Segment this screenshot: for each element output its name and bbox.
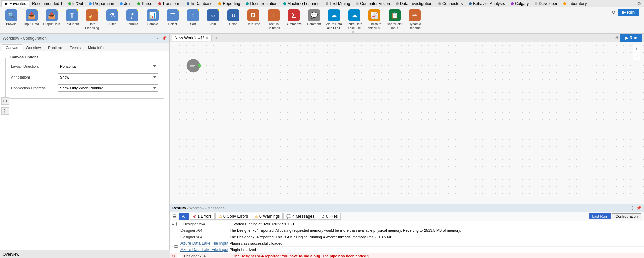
res-list-icon[interactable]: ☰ bbox=[172, 214, 177, 219]
row-checkbox[interactable] bbox=[174, 235, 178, 239]
annotations-select[interactable]: Show Hide bbox=[58, 73, 158, 81]
res-tab-errors[interactable]: ⊘ 1 Errors bbox=[190, 213, 215, 220]
res-tab-files[interactable]: 🗋 0 Files bbox=[318, 213, 341, 220]
res-tab-converrors[interactable]: ⚠ 0 Conv Errors bbox=[215, 213, 251, 220]
tool-dynamicrename[interactable]: ✏ Dynamic Rename bbox=[405, 9, 424, 31]
panel-pin-icon[interactable]: 📌 bbox=[162, 36, 167, 41]
workflow-node[interactable] bbox=[187, 59, 200, 72]
star-badge: ★ bbox=[36, 8, 39, 12]
tab-favorites-label: Favorites bbox=[9, 1, 26, 6]
canvas-tab-close-icon[interactable]: ✕ bbox=[206, 36, 209, 40]
row-checkbox[interactable] bbox=[174, 241, 178, 246]
tool-join[interactable]: ★ ⟗ Join bbox=[204, 9, 223, 27]
tab-cv-label: Computer Vision bbox=[360, 1, 390, 6]
tool-comment[interactable]: 💬 Comment bbox=[305, 9, 323, 27]
tool-browse[interactable]: 🔍 Browse bbox=[2, 9, 21, 27]
tool-union-label: Union bbox=[229, 22, 238, 26]
results-pin-icon[interactable]: 📌 bbox=[636, 206, 641, 210]
tool-texttocolumns[interactable]: ⫾ Text To Columns bbox=[264, 9, 283, 31]
tool-azuredlinput[interactable]: ☁ Azure Data Lake File I... bbox=[325, 9, 344, 31]
tab-di-label: Data Investigation bbox=[400, 1, 432, 6]
run-button-2[interactable]: ▶ Run bbox=[620, 34, 642, 42]
tool-sharepoint[interactable]: 📋 SharePoint Input bbox=[385, 9, 404, 31]
tab-recommended[interactable]: Recommended ℹ bbox=[29, 0, 65, 7]
node-icon[interactable] bbox=[187, 59, 200, 72]
tool-select[interactable]: ★ ☰ Select bbox=[163, 9, 182, 27]
res-tab-all[interactable]: All bbox=[179, 213, 189, 220]
tool-filter[interactable]: ★ ⚗ Filter bbox=[103, 9, 122, 27]
tool-inputdata[interactable]: ★ 📥 Input Data bbox=[22, 9, 41, 27]
tab-computervision[interactable]: Computer Vision bbox=[353, 0, 393, 7]
browse-icon: 🔍 bbox=[5, 9, 17, 21]
config-tab-events[interactable]: Events bbox=[66, 44, 84, 51]
tab-reporting[interactable]: Reporting bbox=[215, 0, 243, 7]
tab-calgary[interactable]: Calgary bbox=[508, 0, 532, 7]
tool-outputdata[interactable]: ★ 📤 Output Data bbox=[42, 9, 61, 27]
settings-icon[interactable]: ⚙ bbox=[637, 1, 641, 6]
tab-join[interactable]: Join bbox=[117, 0, 134, 7]
left-icon-2[interactable]: ? bbox=[1, 107, 9, 115]
canvas-tab-workflow1[interactable]: New Workflow1* ✕ bbox=[172, 35, 212, 41]
azure-link-2[interactable]: Azure Data Lake File Input (1) bbox=[180, 247, 228, 252]
row-checkbox[interactable] bbox=[174, 247, 178, 252]
tool-datacleansing[interactable]: ★ 🧹 Data Cleansing bbox=[83, 9, 102, 31]
zoom-in-button[interactable]: + bbox=[633, 45, 640, 52]
connection-progress-select[interactable]: Show Only When Running Always Show Never… bbox=[58, 84, 158, 92]
results-header: Results - Workflow - Messages ⋮ 📌 bbox=[170, 204, 644, 212]
tab-parse-label: Parse bbox=[142, 1, 152, 6]
cv-dot bbox=[356, 2, 359, 5]
left-icon-1[interactable]: ⚙ bbox=[1, 97, 9, 105]
tool-azuredloutput[interactable]: ☁ Azure Data Lake File O... bbox=[345, 9, 364, 34]
tab-behavioranalysis[interactable]: Behavior Analysis bbox=[466, 0, 508, 7]
tool-tableau[interactable]: 📈 Publish to Tableau S... bbox=[365, 9, 384, 31]
results-menu-icon[interactable]: ⋮ bbox=[630, 206, 634, 210]
tab-connectors[interactable]: Connectors bbox=[435, 0, 466, 7]
tool-sample-label: Sample bbox=[147, 22, 158, 26]
tool-datetime[interactable]: 🗓 DateTime bbox=[244, 9, 263, 27]
add-tab-button[interactable]: + bbox=[213, 35, 220, 41]
row-checkbox[interactable] bbox=[177, 254, 182, 258]
workflow-header: Workflow - Configuration ⋮ 📌 bbox=[0, 34, 169, 43]
config-tab-workflow[interactable]: Workflow bbox=[22, 44, 44, 51]
panel-menu-icon[interactable]: ⋮ bbox=[156, 36, 160, 41]
res-tab-messages[interactable]: 💬 4 Messages bbox=[283, 213, 317, 220]
tab-documentation[interactable]: Documentation bbox=[243, 0, 280, 7]
tab-reporting-label: Reporting bbox=[223, 1, 240, 6]
tab-machinelearning[interactable]: Machine Learning bbox=[280, 0, 322, 7]
ml-dot bbox=[283, 2, 286, 5]
tool-sort[interactable]: ★ ↕ Sort bbox=[184, 9, 202, 27]
tab-developer[interactable]: Developer bbox=[532, 0, 560, 7]
tab-inout[interactable]: In/Out bbox=[65, 0, 86, 7]
refresh-canvas-icon[interactable]: ↺ bbox=[614, 35, 618, 41]
tab-favorites[interactable]: ★ Favorites bbox=[1, 0, 29, 7]
result-row: ▶ Designer x64 Started running at 02/01/… bbox=[170, 221, 644, 227]
config-tab-metainfo[interactable]: Meta Info bbox=[84, 44, 107, 51]
tab-datainvestigation[interactable]: Data Investigation bbox=[393, 0, 435, 7]
results-title: Results - Workflow - Messages bbox=[172, 206, 225, 210]
config-tab-runtime[interactable]: Runtime bbox=[44, 44, 66, 51]
layout-direction-select[interactable]: Horizontal Vertical bbox=[58, 63, 158, 70]
tab-laboratory[interactable]: Laboratory bbox=[560, 0, 590, 7]
row-expand-icon[interactable]: ▶ bbox=[172, 222, 174, 226]
tab-indatabase[interactable]: In-Database bbox=[184, 0, 215, 7]
tool-union[interactable]: ∪ Union bbox=[224, 9, 243, 27]
tab-textmining[interactable]: Text Mining bbox=[323, 0, 353, 7]
run-button[interactable]: ▶ Run bbox=[618, 9, 639, 16]
row-checkbox[interactable] bbox=[176, 222, 181, 226]
tab-parse[interactable]: Parse bbox=[134, 0, 155, 7]
azure-link-1[interactable]: Azure Data Lake File Input (1) bbox=[180, 241, 228, 246]
row-checkbox[interactable] bbox=[174, 228, 178, 233]
tool-sample[interactable]: ★ 📊 Sample bbox=[143, 9, 162, 27]
tool-formula[interactable]: ★ ƒ Formula bbox=[123, 9, 142, 27]
tool-summarize[interactable]: Σ Summarize bbox=[284, 9, 303, 27]
refresh-icon[interactable]: ↺ bbox=[612, 10, 616, 15]
last-run-button[interactable]: Last Run bbox=[589, 213, 611, 219]
tab-preparation[interactable]: Preparation bbox=[86, 0, 117, 7]
res-tab-warnings[interactable]: ⚠ 0 Warnings bbox=[252, 213, 283, 220]
zoom-out-button[interactable]: − bbox=[633, 53, 640, 60]
tab-transform[interactable]: Transform bbox=[155, 0, 184, 7]
tool-comment-label: Comment bbox=[307, 22, 321, 26]
config-tab-canvas[interactable]: Canvas bbox=[2, 44, 22, 51]
configuration-button[interactable]: Configuration bbox=[612, 213, 641, 219]
tool-textinput[interactable]: ★ T Text Input bbox=[63, 9, 81, 27]
